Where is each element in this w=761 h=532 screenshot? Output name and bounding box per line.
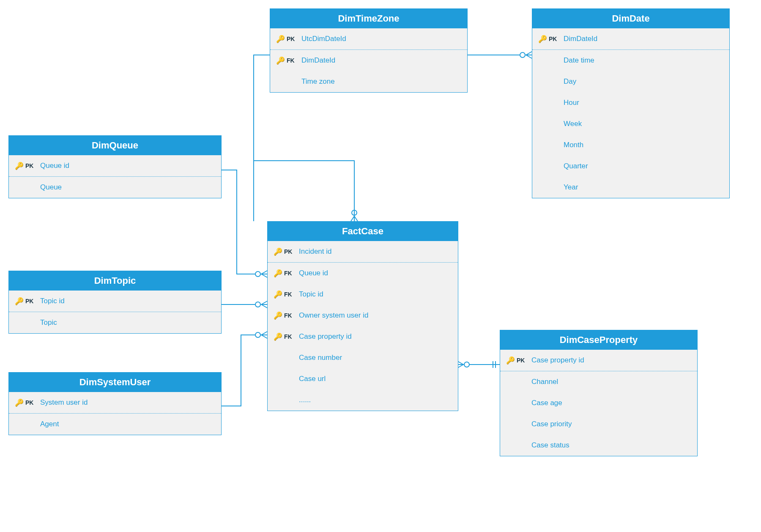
svg-point-27 xyxy=(255,302,260,307)
key-icon: 🔑 xyxy=(276,56,285,65)
entity-title: DimQueue xyxy=(9,136,221,155)
key-icon: 🔑 xyxy=(276,35,285,44)
svg-line-25 xyxy=(261,274,267,277)
rel-queue-factcase xyxy=(214,167,267,277)
table-row: Channel xyxy=(500,371,697,392)
table-row: Year xyxy=(532,177,729,198)
table-row: 🔑FKDimDateId xyxy=(270,50,467,71)
table-row: 🔑PKDimDateId xyxy=(532,28,729,49)
svg-line-28 xyxy=(261,301,267,304)
entity-dimqueue[interactable]: DimQueue 🔑PKQueue id Queue xyxy=(8,135,222,198)
entity-title: DimSystemUser xyxy=(9,373,221,392)
table-row: 🔑FKTopic id xyxy=(268,284,458,305)
key-icon: 🔑 xyxy=(274,311,282,320)
table-row: 🔑FKQueue id xyxy=(268,263,458,284)
entity-dimcaseproperty[interactable]: DimCaseProperty 🔑PKCase property id Chan… xyxy=(500,330,698,456)
table-row: Month xyxy=(532,134,729,156)
table-row: ...... xyxy=(268,389,458,411)
entity-title: FactCase xyxy=(268,222,458,241)
rel-factcase-caseproperty xyxy=(457,361,500,368)
key-icon: 🔑 xyxy=(506,356,515,365)
svg-line-32 xyxy=(261,332,267,335)
svg-line-21 xyxy=(526,55,532,58)
svg-point-35 xyxy=(464,362,469,367)
entity-title: DimTopic xyxy=(9,271,221,291)
table-row: 🔑PKSystem user id xyxy=(9,392,221,413)
entity-factcase[interactable]: FactCase 🔑PKIncident id 🔑FKQueue id 🔑FKT… xyxy=(267,221,458,411)
er-diagram-canvas: DimTimeZone 🔑PKUtcDimDateId 🔑FKDimDateId… xyxy=(0,0,761,532)
entity-title: DimDate xyxy=(532,9,729,28)
table-row: 🔑PKTopic id xyxy=(9,291,221,312)
svg-point-23 xyxy=(255,271,260,277)
table-row: Case priority xyxy=(500,414,697,435)
rel-topic-factcase xyxy=(214,301,267,308)
table-row: 🔑PKUtcDimDateId xyxy=(270,28,467,49)
key-icon: 🔑 xyxy=(15,297,24,306)
table-row: Agent xyxy=(9,414,221,435)
table-row: Week xyxy=(532,113,729,134)
table-row: Case status xyxy=(500,435,697,456)
entity-dimtimezone[interactable]: DimTimeZone 🔑PKUtcDimDateId 🔑FKDimDateId… xyxy=(270,8,468,93)
entity-title: DimCaseProperty xyxy=(500,330,697,350)
table-row: 🔑PKQueue id xyxy=(9,155,221,176)
svg-point-31 xyxy=(255,332,260,337)
rel-timezone-dimdate xyxy=(460,52,543,58)
table-row: Time zone xyxy=(270,71,467,92)
key-icon: 🔑 xyxy=(15,398,24,407)
svg-line-29 xyxy=(261,304,267,308)
svg-line-36 xyxy=(457,361,463,365)
key-icon: 🔑 xyxy=(538,35,547,44)
key-icon: 🔑 xyxy=(274,332,282,341)
table-row: Hour xyxy=(532,92,729,113)
table-row: Topic xyxy=(9,312,221,333)
key-icon: 🔑 xyxy=(15,162,24,170)
entity-title: DimTimeZone xyxy=(270,9,467,28)
entity-dimtopic[interactable]: DimTopic 🔑PKTopic id Topic xyxy=(8,271,222,334)
svg-line-33 xyxy=(261,335,267,338)
table-row: 🔑FKCase property id xyxy=(268,326,458,347)
table-row: Date time xyxy=(532,50,729,71)
table-row: Quarter xyxy=(532,156,729,177)
entity-dimdate[interactable]: DimDate 🔑PKDimDateId Date time Day Hour … xyxy=(532,8,730,198)
svg-point-19 xyxy=(520,52,525,58)
svg-line-24 xyxy=(261,271,267,274)
key-icon: 🔑 xyxy=(274,247,282,256)
svg-line-20 xyxy=(526,52,532,55)
svg-line-37 xyxy=(457,365,463,368)
table-row: Case url xyxy=(268,368,458,389)
table-row: 🔑FKOwner system user id xyxy=(268,305,458,326)
table-row: Case number xyxy=(268,347,458,368)
table-row: Case age xyxy=(500,392,697,414)
rel-systemuser-factcase xyxy=(214,332,267,409)
table-row: Day xyxy=(532,71,729,92)
table-row: 🔑PKCase property id xyxy=(500,350,697,371)
key-icon: 🔑 xyxy=(274,290,282,299)
table-row: 🔑PKIncident id xyxy=(268,241,458,262)
table-row: Queue xyxy=(9,177,221,198)
key-icon: 🔑 xyxy=(274,269,282,278)
entity-dimsystemuser[interactable]: DimSystemUser 🔑PKSystem user id Agent xyxy=(8,372,222,435)
